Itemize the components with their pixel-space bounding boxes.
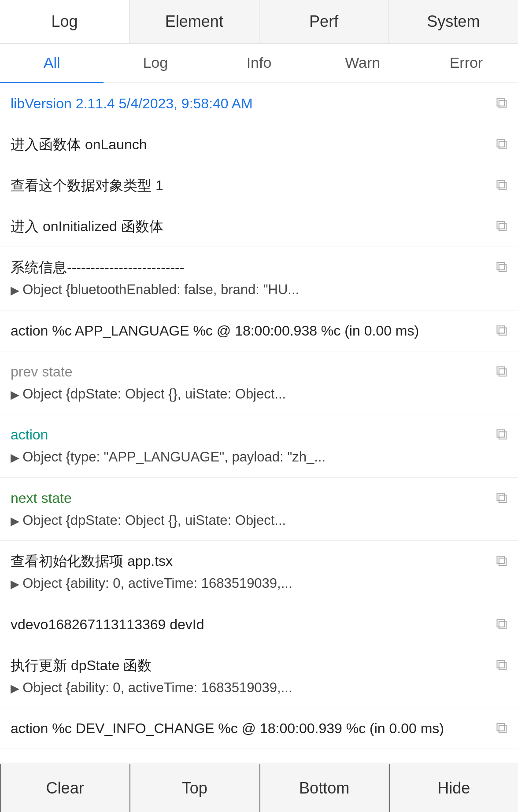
log-item-content: prev stateObject {dpState: Object {}, ui…: [11, 361, 489, 405]
log-list: libVersion 2.11.4 5/4/2023, 9:58:40 AM⧉进…: [0, 83, 518, 764]
sub-tab-info[interactable]: Info: [207, 44, 311, 83]
copy-icon[interactable]: ⧉: [496, 614, 507, 633]
log-item: vdevo168267113113369 devId⧉: [0, 604, 518, 645]
top-tab-log[interactable]: Log: [0, 0, 130, 43]
copy-icon[interactable]: ⧉: [496, 550, 507, 570]
log-main-text: 执行更新 dpState 函数: [11, 655, 489, 676]
log-sub-text[interactable]: Object {dpState: Object {}, uiState: Obj…: [11, 384, 489, 405]
log-item-content: next stateObject {dpState: Object {}, ui…: [11, 487, 489, 531]
log-item: 进入 onInitialized 函数体⧉: [0, 206, 518, 247]
log-sub-text[interactable]: Object {ability: 0, activeTime: 16835190…: [11, 678, 489, 698]
log-item: action %c DEV_INFO_CHANGE %c @ 18:00:00.…: [0, 708, 518, 749]
copy-icon[interactable]: ⧉: [496, 257, 507, 276]
log-item: 执行更新 dpState 函数Object {ability: 0, activ…: [0, 645, 518, 709]
bottom-btn-clear[interactable]: Clear: [0, 764, 130, 812]
bottom-bar: ClearTopBottomHide: [0, 764, 518, 812]
log-item-content: 执行更新 dpState 函数Object {ability: 0, activ…: [11, 655, 489, 698]
log-item-content: 进入 onInitialized 函数体: [11, 216, 489, 237]
copy-icon[interactable]: ⧉: [496, 93, 507, 112]
log-main-text: libVersion 2.11.4 5/4/2023, 9:58:40 AM: [11, 93, 489, 114]
log-main-text: 进入函数体 onLaunch: [11, 134, 489, 155]
log-main-text: next state: [11, 487, 489, 509]
log-sub-text[interactable]: Object {dpState: Object {}, uiState: Obj…: [11, 510, 489, 531]
copy-icon[interactable]: ⧉: [496, 216, 507, 235]
copy-icon[interactable]: ⧉: [496, 487, 507, 507]
copy-icon[interactable]: ⧉: [496, 320, 507, 340]
log-item: 系统信息-------------------------Object {blu…: [0, 247, 518, 310]
sub-tab-error[interactable]: Error: [414, 44, 518, 83]
log-sub-text[interactable]: Object {type: "APP_LANGUAGE", payload: "…: [11, 447, 489, 468]
log-main-text: action %c DEV_INFO_CHANGE %c @ 18:00:00.…: [11, 718, 489, 739]
log-main-text: vdevo168267113113369 devId: [11, 614, 489, 635]
log-main-text: 进入 onInitialized 函数体: [11, 216, 489, 237]
log-item: actionObject {type: "APP_LANGUAGE", payl…: [0, 414, 518, 478]
log-sub-text[interactable]: Object {ability: 0, activeTime: 16835190…: [11, 573, 489, 594]
log-main-text: prev state: [11, 361, 489, 382]
sub-tab-all[interactable]: All: [0, 44, 104, 83]
copy-icon[interactable]: ⧉: [496, 134, 507, 153]
bottom-btn-hide[interactable]: Hide: [389, 764, 518, 812]
log-main-text: action %c APP_LANGUAGE %c @ 18:00:00.938…: [11, 320, 489, 341]
copy-icon[interactable]: ⧉: [496, 175, 507, 194]
log-item: action %c APP_LANGUAGE %c @ 18:00:00.938…: [0, 310, 518, 351]
sub-tab-log[interactable]: Log: [104, 44, 207, 83]
log-item: 进入函数体 onLaunch⧉: [0, 124, 518, 165]
log-item-content: 进入函数体 onLaunch: [11, 134, 489, 155]
top-tab-bar: LogElementPerfSystem: [0, 0, 518, 44]
log-item-content: action %c DEV_INFO_CHANGE %c @ 18:00:00.…: [11, 718, 489, 739]
log-item-content: 查看初始化数据项 app.tsxObject {ability: 0, acti…: [11, 550, 489, 594]
sub-tab-warn[interactable]: Warn: [311, 44, 414, 83]
log-item: next stateObject {dpState: Object {}, ui…: [0, 478, 518, 541]
log-main-text: 查看初始化数据项 app.tsx: [11, 550, 489, 572]
copy-icon[interactable]: ⧉: [496, 655, 507, 674]
copy-icon[interactable]: ⧉: [496, 424, 507, 443]
log-item-content: 系统信息-------------------------Object {blu…: [11, 257, 489, 300]
log-main-text: 系统信息-------------------------: [11, 257, 489, 278]
log-sub-text[interactable]: Object {bluetoothEnabled: false, brand: …: [11, 280, 489, 300]
log-item-content: actionObject {type: "APP_LANGUAGE", payl…: [11, 424, 489, 468]
sub-tab-bar: AllLogInfoWarnError: [0, 44, 518, 83]
top-tab-element[interactable]: Element: [130, 0, 259, 43]
log-main-text: action: [11, 424, 489, 445]
log-item: 查看这个数据对象类型 1⧉: [0, 165, 518, 206]
top-tab-system[interactable]: System: [389, 0, 518, 43]
log-item: 查看初始化数据项 app.tsxObject {ability: 0, acti…: [0, 541, 518, 604]
log-item-content: 查看这个数据对象类型 1: [11, 175, 489, 196]
log-item: prev stateObject {dpState: Object {}, ui…: [0, 351, 518, 415]
top-tab-perf[interactable]: Perf: [259, 0, 389, 43]
log-item-content: action %c APP_LANGUAGE %c @ 18:00:00.938…: [11, 320, 489, 341]
log-item-content: vdevo168267113113369 devId: [11, 614, 489, 635]
copy-icon[interactable]: ⧉: [496, 718, 507, 737]
bottom-btn-top[interactable]: Top: [130, 764, 259, 812]
log-main-text: 查看这个数据对象类型 1: [11, 175, 489, 196]
copy-icon[interactable]: ⧉: [496, 361, 507, 380]
log-item-content: libVersion 2.11.4 5/4/2023, 9:58:40 AM: [11, 93, 489, 114]
log-item: libVersion 2.11.4 5/4/2023, 9:58:40 AM⧉: [0, 83, 518, 124]
bottom-btn-bottom[interactable]: Bottom: [259, 764, 389, 812]
